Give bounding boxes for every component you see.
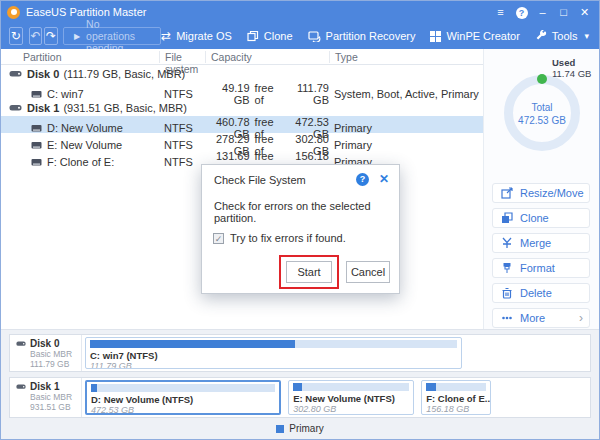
disk0-label: Disk 0 Basic MBR 111.79 GB: [10, 335, 82, 371]
partition-recovery-icon: [308, 30, 321, 42]
more-dots-icon: [501, 312, 513, 324]
maximize-icon[interactable]: □: [553, 1, 574, 23]
toolbar-actions: ⇄ Migrate OS Clone Partition Recovery Wi…: [161, 29, 589, 43]
tools-button[interactable]: Tools ▾: [535, 30, 589, 42]
partition-row[interactable]: E: New Volume NTFS 278.29 GB free of 302…: [1, 133, 485, 150]
undo-icon: ↶: [30, 29, 40, 43]
disk1-partitions: D: New Volume (NTFS) 472.53 GB E: New Vo…: [82, 378, 590, 417]
check-file-system-dialog: Check File System ? ✕ Check for errors o…: [201, 164, 400, 294]
primary-legend-swatch: [276, 425, 284, 433]
winpe-creator-button[interactable]: WinPE Creator: [430, 30, 519, 42]
disk-icon: [9, 103, 22, 112]
disk-map-row-disk0: Disk 0 Basic MBR 111.79 GB C: win7 (NTFS…: [9, 334, 591, 372]
delete-trash-icon: [501, 287, 513, 299]
dialog-header: Check File System ? ✕: [202, 165, 399, 186]
partition-row-selected[interactable]: D: New Volume NTFS 460.78 GB free of 472…: [1, 116, 485, 133]
donut-total-label: Total 472.53 GB: [496, 101, 588, 127]
annotation-highlight-box: Start: [279, 255, 339, 289]
checkbox-label: Try to fix errors if found.: [230, 232, 346, 244]
redo-icon: ↷: [46, 29, 56, 43]
resize-move-icon: [501, 187, 513, 199]
dialog-buttons: Start Cancel: [279, 255, 390, 289]
disk-map: Disk 0 Basic MBR 111.79 GB C: win7 (NTFS…: [1, 329, 599, 439]
app-title: EaseUS Partition Master: [26, 6, 146, 18]
column-partition: Partition: [1, 51, 159, 63]
column-file-system: File system: [159, 51, 205, 63]
merge-button[interactable]: Merge: [492, 233, 590, 253]
chevron-right-icon: ›: [579, 311, 583, 325]
easeus-logo-icon: [7, 6, 20, 19]
disk-icon: [9, 69, 22, 78]
table-header: Partition File system Capacity Type: [1, 49, 485, 65]
start-button[interactable]: Start: [286, 261, 332, 283]
legend: Primary: [1, 423, 599, 434]
disk-map-row-disk1: Disk 1 Basic MBR 931.51 GB D: New Volume…: [9, 377, 591, 418]
dialog-help-icon[interactable]: ?: [356, 173, 369, 186]
dialog-close-icon[interactable]: ✕: [379, 173, 389, 186]
help-icon[interactable]: ?: [511, 1, 532, 23]
merge-icon: [501, 237, 513, 249]
toolbar: ↻ ↶ ↷ ▶ No operations pending ⇄ Migrate …: [1, 23, 599, 49]
column-type: Type: [329, 51, 485, 63]
clone-icon: [501, 212, 513, 224]
map-partition-f[interactable]: F: Clone of E.. 156.18 GB: [421, 380, 491, 415]
partition-recovery-button[interactable]: Partition Recovery: [308, 30, 416, 42]
used-dot-icon: [537, 74, 547, 84]
used-space-label: Used 11.74 GB: [552, 57, 591, 79]
partition-icon: [31, 158, 42, 167]
play-icon: ▶: [74, 32, 80, 41]
format-icon: [501, 262, 513, 274]
fix-errors-checkbox-row[interactable]: ✓ Try to fix errors if found.: [213, 232, 387, 244]
format-button[interactable]: Format: [492, 258, 590, 278]
winpe-creator-icon: [430, 31, 441, 42]
delete-button[interactable]: Delete: [492, 283, 590, 303]
map-partition-e[interactable]: E: New Volume (NTFS) 302.80 GB: [288, 380, 414, 415]
sidebar: Used 11.74 GB Total 472.53 GB Resize/Mov…: [483, 49, 599, 329]
app-window: EaseUS Partition Master ≡ ? – □ ✕ ↻ ↶ ↷ …: [0, 0, 600, 440]
partition-icon: [31, 90, 42, 99]
checkbox-checked-icon[interactable]: ✓: [213, 233, 224, 244]
resize-move-button[interactable]: Resize/Move: [492, 183, 590, 203]
dialog-message: Check for errors on the selected partiti…: [202, 186, 399, 224]
column-capacity: Capacity: [205, 51, 329, 63]
chevron-down-icon: ▾: [584, 31, 589, 41]
clone-sidebar-button[interactable]: Clone: [492, 208, 590, 228]
minimize-icon[interactable]: –: [532, 1, 553, 23]
migrate-os-icon: ⇄: [161, 29, 171, 43]
clone-button[interactable]: Clone: [247, 30, 293, 42]
more-button[interactable]: More ›: [492, 308, 590, 328]
clone-icon: [247, 30, 259, 42]
partition-icon: [31, 141, 42, 150]
operation-buttons: Resize/Move Clone Merge Format Delete Mo…: [492, 183, 590, 333]
tools-wrench-icon: [535, 30, 547, 42]
refresh-button[interactable]: ↻: [9, 27, 23, 45]
menu-icon[interactable]: ≡: [490, 1, 511, 23]
map-partition-d[interactable]: D: New Volume (NTFS) 472.53 GB: [85, 380, 281, 415]
pending-operations-button[interactable]: ▶ No operations pending: [63, 27, 161, 45]
close-icon[interactable]: ✕: [574, 1, 595, 23]
disk-icon: [16, 383, 26, 390]
map-partition-c[interactable]: C: win7 (NTFS) 111.79 GB: [85, 337, 462, 369]
window-controls: ≡ ? – □ ✕: [490, 1, 599, 23]
partition-row[interactable]: C: win7 NTFS 49.19 GB free of 111.79 GB …: [1, 82, 485, 99]
disk0-partitions: C: win7 (NTFS) 111.79 GB: [82, 335, 590, 371]
dialog-title: Check File System: [214, 174, 306, 186]
cancel-button[interactable]: Cancel: [346, 261, 390, 283]
refresh-icon: ↻: [11, 29, 21, 43]
undo-button[interactable]: ↶: [29, 27, 43, 45]
redo-button[interactable]: ↷: [44, 27, 58, 45]
disk-icon: [16, 340, 26, 347]
migrate-os-button[interactable]: ⇄ Migrate OS: [161, 29, 232, 43]
partition-icon: [31, 124, 42, 133]
disk1-label: Disk 1 Basic MBR 931.51 GB: [10, 378, 82, 417]
disk-row[interactable]: Disk 0 (111.79 GB, Basic, MBR): [1, 65, 485, 82]
